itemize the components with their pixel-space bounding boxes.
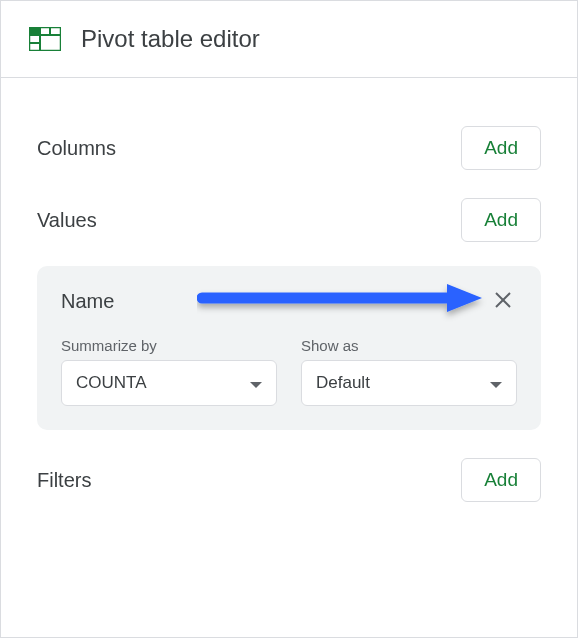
- summarize-select[interactable]: COUNTA: [61, 360, 277, 406]
- filters-section-header: Filters Add: [37, 458, 541, 502]
- dropdown-arrow-icon: [250, 374, 262, 392]
- columns-title: Columns: [37, 137, 116, 160]
- values-section-header: Values Add: [37, 198, 541, 242]
- show-as-value: Default: [316, 373, 370, 393]
- value-card-fields: Summarize by COUNTA Show as Default: [61, 337, 517, 406]
- summarize-label: Summarize by: [61, 337, 277, 354]
- svg-rect-3: [30, 28, 39, 34]
- value-field-name: Name: [61, 290, 114, 313]
- svg-marker-11: [490, 382, 502, 388]
- values-title: Values: [37, 209, 97, 232]
- close-icon: [493, 290, 513, 313]
- summarize-value: COUNTA: [76, 373, 147, 393]
- panel-content: Columns Add Values Add: [1, 78, 577, 522]
- value-card-header: Name: [61, 286, 517, 317]
- summarize-field: Summarize by COUNTA: [61, 337, 277, 406]
- show-as-field: Show as Default: [301, 337, 517, 406]
- panel-header: Pivot table editor: [1, 1, 577, 78]
- add-filters-button[interactable]: Add: [461, 458, 541, 502]
- dropdown-arrow-icon: [490, 374, 502, 392]
- svg-marker-10: [250, 382, 262, 388]
- add-values-button[interactable]: Add: [461, 198, 541, 242]
- remove-value-button[interactable]: [489, 286, 517, 317]
- values-section: Values Add: [37, 198, 541, 430]
- columns-section: Columns Add: [37, 126, 541, 170]
- pivot-table-icon: [29, 27, 61, 51]
- add-columns-button[interactable]: Add: [461, 126, 541, 170]
- show-as-label: Show as: [301, 337, 517, 354]
- value-card: Name Summarize by C: [37, 266, 541, 430]
- columns-section-header: Columns Add: [37, 126, 541, 170]
- filters-section: Filters Add: [37, 458, 541, 502]
- filters-title: Filters: [37, 469, 91, 492]
- pivot-table-editor-panel: Pivot table editor Columns Add Values Ad…: [0, 0, 578, 638]
- panel-title: Pivot table editor: [81, 25, 260, 53]
- show-as-select[interactable]: Default: [301, 360, 517, 406]
